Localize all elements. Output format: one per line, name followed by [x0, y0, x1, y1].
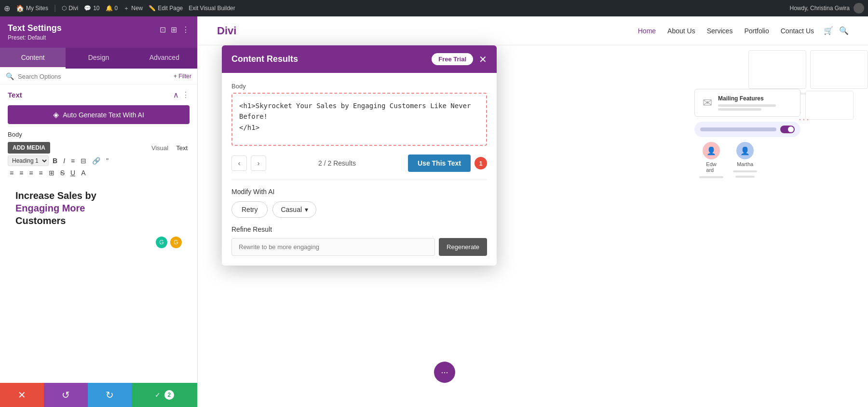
section-dots-icon[interactable]: ⋮	[182, 90, 190, 99]
refine-label: Refine Result	[231, 225, 487, 233]
tab-content[interactable]: Content	[0, 48, 66, 69]
free-trial-badge: Free Trial	[432, 53, 473, 65]
modal-close-button[interactable]: ✕	[479, 55, 487, 64]
cancel-button[interactable]: ✕	[0, 383, 44, 407]
result-textarea[interactable]: <h1>Skyrocket Your Sales by Engaging Cus…	[231, 93, 487, 146]
search-icon: 🔍	[6, 72, 14, 80]
align-right-button[interactable]: ≡	[27, 168, 35, 178]
unordered-list-button[interactable]: ≡	[69, 156, 77, 166]
wordpress-icon[interactable]: ⊕	[4, 4, 10, 13]
text-section: Text ∧ ⋮ ◈ Auto Generate Text With AI Bo…	[0, 84, 197, 256]
visual-tab[interactable]: Visual	[149, 143, 170, 153]
modal-header: Content Results Free Trial ✕	[222, 45, 497, 73]
section-header: Text ∧ ⋮	[8, 90, 190, 99]
visual-text-tabs: Visual Text	[149, 143, 190, 153]
result-nav: ‹ › 2 / 2 Results Use This Text 1	[231, 154, 487, 172]
content-area: Divi Home About Us Services Portfolio Co…	[198, 16, 868, 407]
modal-overlay: Content Results Free Trial ✕ Body <h1>Sk…	[198, 16, 868, 407]
refine-input[interactable]	[231, 238, 435, 256]
next-result-button[interactable]: ›	[251, 155, 266, 171]
ai-generate-button[interactable]: ◈ Auto Generate Text With AI	[8, 105, 190, 124]
prev-result-button[interactable]: ‹	[231, 155, 247, 171]
exit-builder-item[interactable]: Exit Visual Builder	[189, 5, 235, 12]
result-count: 2 / 2 Results	[270, 159, 404, 167]
filter-button[interactable]: + Filter	[174, 73, 191, 80]
regenerate-button[interactable]: Regenerate	[439, 238, 487, 256]
sidebar-expand-icon[interactable]: ⊡	[160, 25, 166, 34]
heading-select[interactable]: Heading 1	[8, 155, 49, 166]
underline-button[interactable]: U	[68, 168, 77, 178]
tab-advanced[interactable]: Advanced	[132, 48, 197, 69]
search-input[interactable]	[18, 73, 170, 80]
sidebar-grid-icon[interactable]: ⊞	[171, 25, 177, 34]
grammar-icons: G G	[8, 235, 190, 250]
align-center-button[interactable]: ≡	[17, 168, 25, 178]
body-field-label: Body	[8, 131, 190, 138]
table-button[interactable]: ⊞	[47, 168, 56, 178]
ordered-list-button[interactable]: ⊟	[79, 156, 88, 166]
ai-icon: ◈	[53, 110, 59, 119]
comment-count[interactable]: 💬 10	[84, 5, 99, 12]
sidebar: Text Settings Preset: Default ⊡ ⊞ ⋮ Cont…	[0, 16, 198, 407]
bottom-toolbar: ✕ ↺ ↻ ✓ 2	[0, 383, 197, 407]
modify-controls: Retry Casual ▾	[231, 201, 487, 218]
save-checkmark-icon: ✓	[155, 391, 161, 399]
section-controls: ∧ ⋮	[173, 90, 190, 99]
grammarly-icon[interactable]: G	[156, 237, 167, 248]
modal-body-label: Body	[231, 83, 487, 90]
modify-label: Modify With AI	[231, 188, 487, 196]
edit-page-item[interactable]: ✏️ Edit Page	[149, 5, 183, 12]
admin-bar-right: Howdy, Christina Gwira	[790, 3, 864, 14]
sidebar-search-bar: 🔍 + Filter	[0, 69, 197, 84]
section-title: Text	[8, 91, 22, 99]
tab-design[interactable]: Design	[66, 48, 131, 69]
sidebar-header: Text Settings Preset: Default ⊡ ⊞ ⋮	[0, 16, 197, 48]
divider-1	[231, 180, 487, 180]
align-justify-button[interactable]: ≡	[37, 168, 45, 178]
new-item[interactable]: ＋ New	[123, 4, 143, 13]
link-button[interactable]: 🔗	[90, 156, 102, 166]
use-text-button[interactable]: Use This Text	[408, 154, 471, 172]
toolbar-row-1: ADD MEDIA Visual Text	[8, 142, 190, 154]
redo-button[interactable]: ↻	[88, 383, 132, 407]
blockquote-button[interactable]: "	[104, 156, 110, 166]
chevron-down-icon: ▾	[305, 206, 308, 213]
toolbar-row-3: ≡ ≡ ≡ ≡ ⊞ S U A	[8, 168, 190, 178]
sidebar-title: Text Settings	[8, 23, 62, 33]
align-left-button[interactable]: ≡	[8, 168, 15, 178]
modal-title: Content Results	[231, 54, 432, 64]
text-tab[interactable]: Text	[174, 143, 190, 153]
retry-button[interactable]: Retry	[231, 201, 268, 218]
main-layout: Text Settings Preset: Default ⊡ ⊞ ⋮ Cont…	[0, 16, 868, 407]
tone-select[interactable]: Casual ▾	[272, 201, 316, 218]
bold-button[interactable]: B	[51, 156, 59, 166]
user-avatar[interactable]	[854, 3, 864, 14]
text-color-button[interactable]: A	[79, 168, 87, 178]
undo-button[interactable]: ↺	[44, 383, 88, 407]
result-badge: 1	[475, 157, 487, 169]
italic-button[interactable]: I	[61, 156, 67, 166]
add-media-button[interactable]: ADD MEDIA	[8, 142, 50, 154]
sidebar-tabs: Content Design Advanced	[0, 48, 197, 69]
content-results-modal: Content Results Free Trial ✕ Body <h1>Sk…	[222, 45, 497, 266]
admin-bar: ⊕ 🏠 My Sites | ⬡ Divi 💬 10 🔔 0 ＋ New ✏️ …	[0, 0, 868, 16]
refine-row: Regenerate	[231, 238, 487, 256]
modal-body: Body <h1>Skyrocket Your Sales by Engagin…	[222, 73, 497, 266]
notif-count[interactable]: 🔔 0	[106, 5, 118, 12]
toolbar-row-2: Heading 1 B I ≡ ⊟ 🔗 "	[8, 155, 190, 166]
divi-item[interactable]: ⬡ Divi	[62, 5, 78, 12]
editor-preview: Increase Sales by Engaging More Customer…	[8, 182, 190, 235]
sidebar-preset: Preset: Default	[8, 34, 62, 41]
collapse-icon[interactable]: ∧	[173, 90, 179, 99]
save-button[interactable]: ✓ 2	[132, 383, 197, 407]
my-sites-item[interactable]: 🏠 My Sites	[16, 4, 48, 12]
save-badge: 2	[164, 390, 174, 400]
strikethrough-button[interactable]: S	[58, 168, 67, 178]
sidebar-menu-icon[interactable]: ⋮	[182, 25, 190, 34]
ginger-icon[interactable]: G	[170, 237, 182, 248]
